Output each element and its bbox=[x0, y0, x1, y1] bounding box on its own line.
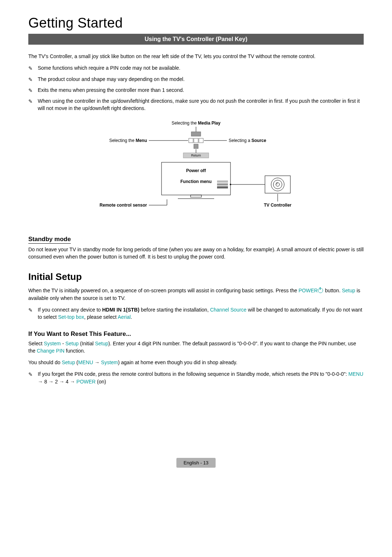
text-menu: MENU bbox=[348, 371, 363, 377]
initial-setup-notes: ✎ If you connect any device to HDMI IN 1… bbox=[28, 306, 364, 321]
text-power: POWER bbox=[77, 379, 96, 385]
page-number: English - 13 bbox=[176, 458, 216, 468]
svg-rect-6 bbox=[194, 144, 198, 149]
text: ) again at home even though you did in s… bbox=[118, 359, 237, 365]
note-text: Exits the menu when pressing the control… bbox=[38, 87, 184, 93]
text-setup: Setup bbox=[95, 341, 109, 346]
page: Getting Started Using the TV's Controlle… bbox=[0, 0, 392, 489]
text: . bbox=[131, 314, 132, 320]
diagram-power-off-label: Power off bbox=[186, 168, 207, 173]
svg-point-22 bbox=[276, 183, 279, 186]
text: ( bbox=[75, 359, 78, 365]
text: button. bbox=[323, 288, 342, 293]
svg-rect-5 bbox=[199, 138, 203, 143]
standby-text: Do not leave your TV in standby mode for… bbox=[28, 246, 364, 261]
svg-rect-19 bbox=[265, 176, 290, 193]
text-aerial: Aerial bbox=[118, 314, 131, 320]
text: → 8 → 2 → 4 → bbox=[38, 379, 77, 385]
note-item: ✎Some functions which require a PIN code… bbox=[28, 64, 364, 72]
note-item: ✎Exits the menu when pressing the contro… bbox=[28, 86, 364, 94]
svg-rect-2 bbox=[191, 132, 201, 136]
note-text: The product colour and shape may vary de… bbox=[38, 76, 185, 82]
svg-rect-14 bbox=[191, 195, 201, 197]
text: → bbox=[93, 359, 101, 365]
svg-rect-17 bbox=[217, 183, 228, 186]
text: , please select bbox=[84, 314, 118, 320]
text: function. bbox=[65, 348, 85, 354]
svg-text:Selecting the Media Play: Selecting the Media Play bbox=[172, 121, 221, 126]
svg-rect-3 bbox=[189, 138, 193, 143]
diagram-tv-controller-label: TV Controller bbox=[264, 203, 291, 208]
power-icon bbox=[318, 288, 323, 293]
text-change-pin: Change PIN bbox=[37, 348, 64, 354]
text: Select bbox=[28, 341, 44, 346]
note-item: ✎ If you connect any device to HDMI IN 1… bbox=[28, 306, 364, 321]
diagram-source-prefix: Selecting a bbox=[229, 138, 252, 143]
reset-notes: ✎ If you forget the PIN code, press the … bbox=[28, 370, 364, 385]
diagram-menu-prefix: Selecting the bbox=[109, 138, 136, 143]
page-footer: English - 13 bbox=[28, 458, 364, 468]
svg-text:Selecting a Source: Selecting a Source bbox=[229, 138, 266, 143]
intro-paragraph: The TV's Controller, a small joy stick l… bbox=[28, 53, 364, 60]
svg-rect-4 bbox=[194, 138, 198, 143]
diagram-media-play-prefix: Selecting the bbox=[172, 121, 198, 126]
text: If you connect any device to bbox=[38, 307, 102, 313]
svg-rect-18 bbox=[217, 186, 228, 188]
text: - bbox=[61, 341, 65, 346]
text-power: POWER bbox=[298, 288, 318, 293]
section-banner: Using the TV's Controller (Panel Key) bbox=[28, 34, 364, 45]
note-text: When using the controller in the up/down… bbox=[38, 98, 360, 111]
note-icon: ✎ bbox=[28, 65, 33, 72]
note-text: Some functions which require a PIN code … bbox=[38, 65, 180, 71]
text-menu: MENU bbox=[78, 359, 93, 365]
note-item: ✎When using the controller in the up/dow… bbox=[28, 97, 364, 112]
note-icon: ✎ bbox=[28, 87, 33, 94]
initial-setup-p1: When the TV is initially powered on, a s… bbox=[28, 287, 364, 302]
initial-setup-heading: Initial Setup bbox=[28, 271, 364, 282]
svg-point-20 bbox=[271, 178, 284, 191]
svg-point-21 bbox=[273, 180, 282, 189]
note-icon: ✎ bbox=[28, 306, 33, 314]
text: You should do bbox=[28, 359, 62, 365]
text: When the TV is initially powered on, a s… bbox=[28, 288, 298, 293]
text-settop: Set-top box bbox=[58, 314, 84, 320]
note-icon: ✎ bbox=[28, 76, 33, 83]
svg-rect-13 bbox=[162, 162, 230, 195]
text: If you forget the PIN code, press the re… bbox=[38, 371, 348, 377]
note-item: ✎The product colour and shape may vary d… bbox=[28, 76, 364, 83]
text-channel-source: Channel Source bbox=[210, 307, 246, 313]
diagram-menu-bold: Menu bbox=[136, 138, 147, 143]
text: (on) bbox=[95, 379, 106, 385]
diagram-return-label: Return bbox=[191, 154, 201, 157]
joystick-icon bbox=[189, 132, 203, 149]
note-icon: ✎ bbox=[28, 371, 33, 378]
svg-text:Selecting the Menu: Selecting the Menu bbox=[109, 138, 147, 143]
reset-p2: You should do Setup (MENU → System) agai… bbox=[28, 359, 364, 366]
text: (Initial bbox=[79, 341, 95, 346]
text-setup: Setup bbox=[65, 341, 79, 346]
text-system: System bbox=[101, 359, 118, 365]
diagram-remote-sensor-label: Remote control sensor bbox=[99, 203, 147, 208]
reset-p1: Select System - Setup (Initial Setup). E… bbox=[28, 340, 364, 355]
reset-heading: If You Want to Reset This Feature... bbox=[28, 330, 364, 338]
text-hdmi: HDMI IN 1(STB) bbox=[102, 307, 139, 313]
text-setup: Setup bbox=[342, 288, 355, 293]
chapter-title: Getting Started bbox=[28, 15, 364, 31]
note-item: ✎ If you forget the PIN code, press the … bbox=[28, 370, 364, 385]
note-icon: ✎ bbox=[28, 98, 33, 105]
diagram-function-menu-label: Function menu bbox=[180, 179, 212, 184]
svg-rect-16 bbox=[217, 180, 228, 183]
svg-point-25 bbox=[230, 184, 231, 185]
tv-controller-icon bbox=[265, 176, 290, 193]
diagram-source-bold: Source bbox=[252, 138, 266, 143]
diagram-media-play-bold: Media Play bbox=[198, 121, 220, 126]
standby-heading: Standby mode bbox=[28, 236, 71, 244]
top-notes-list: ✎Some functions which require a PIN code… bbox=[28, 64, 364, 112]
text: before starting the installation, bbox=[139, 307, 210, 313]
text-system: System bbox=[44, 341, 61, 346]
controller-diagram: Selecting the Media Play Selecting the M… bbox=[83, 119, 309, 214]
text-setup: Setup bbox=[62, 359, 75, 365]
